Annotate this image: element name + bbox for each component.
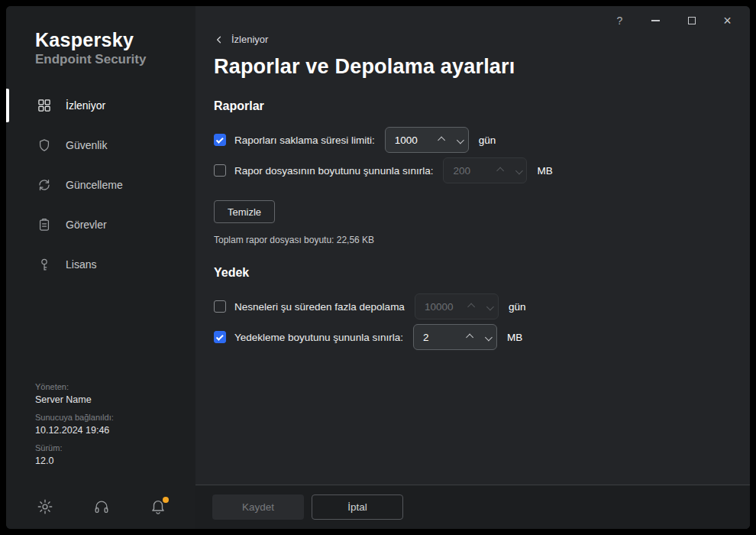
spinner-value[interactable]: 200 [444, 165, 493, 177]
unit-label: MB [507, 332, 522, 343]
chevron-down-icon [515, 167, 523, 174]
report-retention-label[interactable]: Raporları saklama süresi limiti: [234, 135, 375, 146]
tasks-clipboard-icon [37, 217, 52, 232]
gear-icon [37, 498, 53, 515]
spinner-value[interactable]: 2 [414, 332, 463, 343]
spinner-down-button[interactable] [481, 294, 498, 319]
chevron-down-icon [485, 333, 493, 341]
window-controls: ? × [602, 8, 745, 34]
report-size-limit-label[interactable]: Rapor dosyasının boyutunu şununla sınırl… [234, 165, 433, 177]
headset-icon [93, 498, 110, 515]
sidebar-item-label: Güvenlik [66, 139, 107, 151]
chevron-up-icon [438, 136, 445, 144]
save-button[interactable]: Kaydet [212, 494, 304, 520]
spinner-up-button[interactable] [493, 158, 509, 183]
spinner-down-button[interactable] [451, 128, 468, 152]
report-size-limit-spinner[interactable]: 200 [443, 157, 527, 183]
spinner-value[interactable]: 1000 [386, 135, 435, 146]
backup-retention-days-spinner[interactable]: 10000 [415, 293, 499, 319]
managed-by-value: Server Name [35, 394, 195, 405]
maximize-icon [688, 17, 696, 24]
backup-retention-checkbox[interactable] [214, 300, 226, 313]
footer-action-bar: Kaydet İptal [195, 485, 750, 529]
report-retention-checkbox[interactable] [214, 134, 226, 146]
section-heading-backup: Yedek [214, 266, 750, 280]
sidebar-item-guncelleme[interactable]: Güncelleme [6, 165, 195, 205]
sidebar: Kaspersky Endpoint Security İzleniyor [6, 6, 195, 529]
close-icon: × [723, 14, 732, 28]
minimize-button[interactable] [638, 8, 674, 34]
monitoring-grid-icon [37, 98, 52, 113]
clear-reports-button[interactable]: Temizle [214, 200, 275, 223]
chevron-left-icon [214, 34, 225, 45]
backup-size-limit-row: Yedekleme boyutunu şununla sınırla: 2 MB [214, 324, 750, 350]
chevron-down-icon [457, 136, 464, 144]
breadcrumb-label: İzleniyor [231, 34, 268, 45]
chevron-up-icon [496, 167, 504, 174]
settings-button[interactable] [37, 498, 53, 515]
notification-dot [163, 497, 169, 503]
sidebar-nav: İzleniyor Güvenlik Güncelleme [6, 86, 195, 284]
report-size-limit-checkbox[interactable] [214, 164, 226, 177]
spinner-up-button[interactable] [464, 294, 481, 319]
backup-retention-row: Nesneleri şu süreden fazla depolama 1000… [214, 293, 750, 319]
update-refresh-icon [37, 177, 52, 193]
sidebar-item-label: Lisans [66, 258, 96, 271]
brand-product: Endpoint Security [35, 52, 195, 67]
connected-label: Sunucuya bağlanıldı: [35, 413, 195, 422]
backup-size-limit-spinner[interactable]: 2 [413, 324, 497, 350]
shield-icon [37, 138, 52, 153]
spinner-down-button[interactable] [509, 158, 526, 183]
spinner-down-button[interactable] [480, 325, 496, 349]
brand-logo: Kaspersky Endpoint Security [6, 6, 195, 67]
close-button[interactable]: × [709, 8, 745, 34]
page-title: Raporlar ve Depolama ayarları [214, 55, 750, 79]
report-size-limit-row: Rapor dosyasının boyutunu şununla sınırl… [214, 157, 750, 183]
license-key-icon [37, 257, 52, 272]
check-icon [215, 135, 223, 143]
sidebar-item-label: Güncelleme [66, 179, 123, 191]
brand-name: Kaspersky [35, 29, 195, 51]
check-icon [215, 332, 223, 340]
report-retention-row: Raporları saklama süresi limiti: 1000 gü… [214, 127, 750, 153]
sidebar-item-label: İzleniyor [66, 99, 105, 112]
spinner-up-button[interactable] [435, 128, 451, 152]
spinner-value[interactable]: 10000 [415, 301, 464, 313]
help-button[interactable]: ? [602, 8, 638, 34]
sidebar-item-guvenlik[interactable]: Güvenlik [6, 125, 195, 165]
chevron-up-icon [467, 333, 474, 341]
app-window: ? × Kaspersky Endpoint Security [6, 6, 750, 529]
chevron-up-icon [468, 303, 476, 310]
sidebar-item-izleniyor[interactable]: İzleniyor [6, 86, 195, 125]
unit-label: gün [479, 135, 496, 146]
report-retention-days-spinner[interactable]: 1000 [385, 127, 469, 153]
cancel-button[interactable]: İptal [312, 494, 403, 520]
sidebar-item-gorevler[interactable]: Görevler [6, 205, 195, 245]
spinner-up-button[interactable] [463, 325, 480, 349]
connected-value: 10.12.2024 19:46 [35, 425, 195, 436]
managed-by-label: Yöneten: [35, 382, 195, 391]
backup-retention-label[interactable]: Nesneleri şu süreden fazla depolama [234, 301, 405, 313]
sidebar-info: Yöneten: Server Name Sunucuya bağlanıldı… [6, 374, 195, 471]
main-panel: İzleniyor Raporlar ve Depolama ayarları … [195, 6, 750, 529]
support-button[interactable] [93, 498, 110, 515]
minimize-icon [651, 20, 660, 21]
maximize-button[interactable] [674, 8, 709, 34]
sidebar-item-label: Görevler [66, 219, 107, 231]
unit-label: gün [509, 301, 526, 313]
section-heading-reports: Raporlar [214, 99, 750, 113]
backup-size-limit-label[interactable]: Yedekleme boyutunu şununla sınırla: [234, 332, 403, 343]
sidebar-item-lisans[interactable]: Lisans [6, 245, 195, 284]
notifications-button[interactable] [150, 498, 166, 515]
chevron-down-icon [486, 303, 494, 310]
unit-label: MB [537, 165, 552, 177]
version-label: Sürüm: [35, 443, 195, 452]
backup-size-limit-checkbox[interactable] [214, 331, 226, 343]
version-value: 12.0 [35, 456, 195, 466]
total-report-size-note: Toplam rapor dosyası boyutu: 22,56 KB [214, 235, 750, 245]
breadcrumb-back-link[interactable]: İzleniyor [214, 34, 268, 45]
help-icon: ? [617, 15, 623, 27]
sidebar-footer-icons [6, 485, 195, 529]
